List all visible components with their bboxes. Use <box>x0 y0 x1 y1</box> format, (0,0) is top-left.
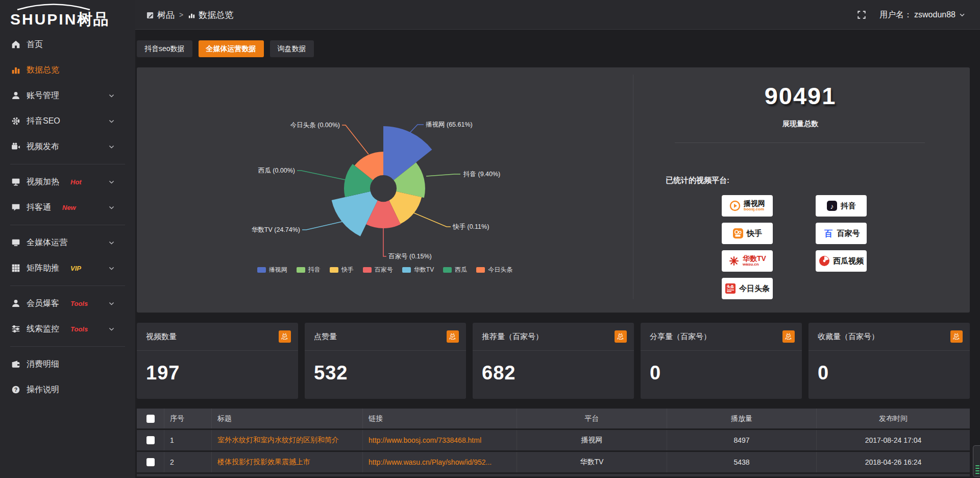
pie-label-line <box>302 222 342 230</box>
total-badge[interactable]: 总 <box>782 330 795 343</box>
header-link: 链接 <box>363 409 517 428</box>
sidebar-item-badge: New <box>62 204 76 211</box>
select-all-checkbox[interactable] <box>146 415 155 423</box>
platform-badge-xigua[interactable]: 西瓜视频 <box>816 250 867 272</box>
legend-item-华数TV[interactable]: 华数TV <box>402 266 434 274</box>
platform-badge-wasu[interactable]: 华数TVwasu.cn <box>722 250 773 272</box>
legend-item-快手[interactable]: 快手 <box>330 266 354 274</box>
tab-media-op-data[interactable]: 全媒体运营数据 <box>199 40 264 57</box>
tab-douyin-seo-data[interactable]: 抖音seo数据 <box>137 40 192 57</box>
fullscreen-icon[interactable] <box>857 10 866 19</box>
legend-label: 抖音 <box>308 266 321 274</box>
video-data-table: 序号标题链接平台播放量发布时间1室外水纹灯和室内水纹灯的区别和简介http://… <box>137 409 970 476</box>
platform-badge-title: 西瓜视频 <box>833 257 864 265</box>
platform-badge-douyin[interactable]: ♪抖音 <box>816 195 867 217</box>
rose-pie-chart[interactable]: 播视网 (65.61%)抖音 (9.40%)快手 (0.11%)百家号 (0.1… <box>137 67 633 313</box>
video-title-link[interactable]: 楼体投影灯投影效果震撼上市 <box>217 458 310 467</box>
platform-badge-title: 华数TV <box>743 255 766 262</box>
pie-label-line <box>297 171 345 180</box>
sidebar-item-matrix[interactable]: 矩阵助推VIP <box>0 255 135 281</box>
sidebar-item-label: 全媒体运营 <box>27 237 67 248</box>
sidebar-item-douyinseo[interactable]: 抖音SEO <box>0 108 135 134</box>
breadcrumb-item-current[interactable]: 数据总览 <box>188 9 233 21</box>
sidebar-item-account[interactable]: 账号管理 <box>0 83 135 108</box>
legend-swatch <box>330 267 338 273</box>
total-badge[interactable]: 总 <box>615 330 627 343</box>
stat-card-title: 点赞量 <box>314 332 337 342</box>
legend-item-播视网[interactable]: 播视网 <box>257 266 287 274</box>
sidebar-item-member[interactable]: 会员爆客Tools <box>0 291 135 316</box>
cell-time: 2017-08-24 17:04 <box>817 430 970 450</box>
sidebar-item-consume[interactable]: 消费明细 <box>0 351 135 377</box>
breadcrumb-label: 树品 <box>157 9 175 21</box>
video-title-link[interactable]: 室外水纹灯和室内水纹灯的区别和简介 <box>217 436 339 445</box>
chevron-down-icon <box>108 143 115 150</box>
legend-label: 快手 <box>341 266 354 274</box>
tab-inquiry-data[interactable]: 询盘数据 <box>270 40 314 57</box>
stat-card-value: 532 <box>305 351 466 384</box>
cell-plays: 8497 <box>667 430 817 450</box>
sidebar-item-data[interactable]: 数据总览 <box>0 57 135 83</box>
media-icon <box>11 238 20 247</box>
breadcrumb: 树品 > 数据总览 <box>146 0 233 30</box>
sidebar-item-home[interactable]: 首页 <box>0 32 135 57</box>
platforms-section-label: 已统计的视频平台: <box>666 176 729 185</box>
legend-item-百家号[interactable]: 百家号 <box>363 266 393 274</box>
stat-card-2: 点赞量总532 <box>305 323 466 399</box>
cell-plays: 5438 <box>667 452 817 472</box>
row-checkbox[interactable] <box>146 458 155 466</box>
legend-item-今日头条[interactable]: 今日头条 <box>476 266 512 274</box>
total-badge[interactable]: 总 <box>950 330 963 343</box>
platform-badge-toutiao[interactable]: 头条今日头条 <box>722 278 773 299</box>
row-checkbox[interactable] <box>146 436 155 444</box>
sidebar-divider <box>10 225 125 225</box>
platform-badge-kuaishou[interactable]: 快手 <box>722 223 773 244</box>
sidebar-divider <box>10 285 125 286</box>
platform-badge-subtitle: boosj.com <box>744 207 765 211</box>
total-badge[interactable]: 总 <box>447 330 459 343</box>
breadcrumb-item-home[interactable]: 树品 <box>146 9 175 21</box>
sidebar-item-publish[interactable]: 视频发布 <box>0 134 135 159</box>
legend-item-抖音[interactable]: 抖音 <box>297 266 321 274</box>
sidebar-item-media[interactable]: 全媒体运营 <box>0 230 135 255</box>
legend-item-西瓜[interactable]: 西瓜 <box>443 266 467 274</box>
user-prefix-label: 用户名： <box>879 10 912 20</box>
edit-square-icon <box>146 11 154 19</box>
douyin-logo-icon: ♪ <box>826 200 838 211</box>
platform-badge-title: 百家号 <box>837 229 860 237</box>
sidebar-item-badge: Tools <box>70 325 88 333</box>
brand-logo[interactable]: SHUPIN树品 <box>10 3 128 28</box>
pie-label: 播视网 (65.61%) <box>426 121 473 128</box>
pie-label-line <box>383 228 386 256</box>
sidebar-nav: 首页数据总览账号管理抖音SEO视频发布视频加热Hot抖客通New全媒体运营矩阵助… <box>0 32 135 402</box>
video-url-link[interactable]: http://www.boosj.com/7338468.html <box>369 436 481 444</box>
platform-badge-boosj[interactable]: 播视网boosj.com <box>722 195 773 217</box>
table-row-partial <box>137 472 970 476</box>
publish-icon <box>11 142 20 151</box>
sidebar-item-heat[interactable]: 视频加热Hot <box>0 169 135 195</box>
table-row: 2楼体投影灯投影效果震撼上市http://www.wasu.cn/Play/sh… <box>137 450 970 472</box>
stat-card-1: 视频数量总197 <box>137 323 298 399</box>
chevron-down-icon <box>108 265 115 271</box>
pie-label: 抖音 (9.40%) <box>463 171 500 178</box>
sidebar-item-badge: VIP <box>70 265 81 272</box>
total-impressions-label: 展现量总数 <box>668 119 933 129</box>
cell-index: 1 <box>164 430 212 450</box>
side-float-widget[interactable] <box>973 445 980 477</box>
user-menu[interactable]: 用户名： zswodun88 <box>879 10 966 20</box>
legend-swatch <box>297 267 305 273</box>
video-url-link[interactable]: http://www.wasu.cn/Play/show/id/952... <box>369 458 492 466</box>
total-badge[interactable]: 总 <box>279 330 291 343</box>
platform-badge-baijiahao[interactable]: 百百家号 <box>816 223 867 244</box>
pie-label: 今日头条 (0.00%) <box>290 122 340 129</box>
table-row: 1室外水纹灯和室内水纹灯的区别和简介http://www.boosj.com/7… <box>137 428 970 450</box>
sidebar-item-douketong[interactable]: 抖客通New <box>0 195 135 220</box>
cell-platform: 华数TV <box>517 452 667 472</box>
sidebar-item-label: 账号管理 <box>27 90 59 101</box>
sidebar-item-clue[interactable]: 线索监控Tools <box>0 316 135 342</box>
stat-card-4: 分享量（百家号）总0 <box>641 323 802 399</box>
sidebar-item-help[interactable]: ?操作说明 <box>0 377 135 402</box>
stat-card-header: 分享量（百家号）总 <box>641 323 802 351</box>
pie-slice-华数TV[interactable] <box>332 192 378 236</box>
widget-bar <box>975 468 979 469</box>
